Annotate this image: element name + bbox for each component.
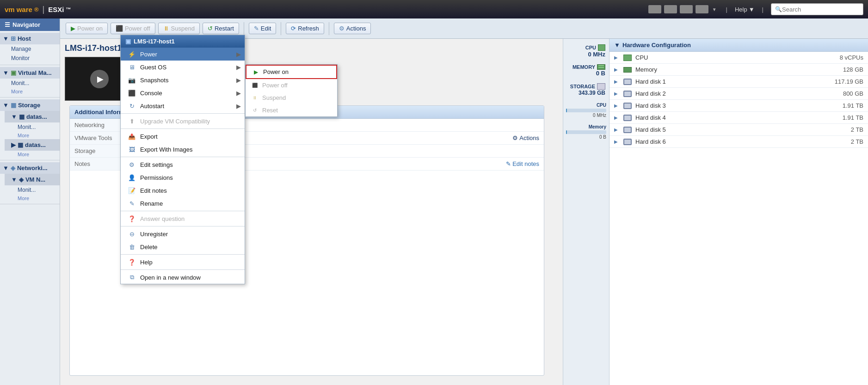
hw-row-memory[interactable]: ▶ Memory 128 GB [609, 64, 868, 76]
nav-ds1-more[interactable]: More [5, 132, 60, 139]
hw-expand-disk3[interactable]: ▶ [614, 103, 620, 108]
menu-item-upgrade[interactable]: ⬆ Upgrade VM Compatibility [121, 115, 245, 128]
power-on-btn[interactable]: ▶ Power on [66, 23, 108, 34]
vm-play-button[interactable]: ▶ [90, 70, 109, 88]
menu-item-unregister[interactable]: ⊖ Unregister [121, 227, 245, 240]
hw-collapse-icon[interactable]: ▼ [614, 42, 620, 49]
menu-item-console[interactable]: ⬛ Console ▶ [121, 86, 245, 99]
menu-item-autostart[interactable]: ↻ Autostart ▶ [121, 99, 245, 112]
content-panel: ▶ Power on ⬛ Power off ⏸ Suspend ↺ Resta… [60, 18, 868, 385]
menu-export-images-label: Export With Images [140, 146, 192, 153]
submenu-reset[interactable]: ↺ Reset [246, 104, 337, 116]
menu-item-snapshots[interactable]: 📷 Snapshots ▶ [121, 73, 245, 86]
nav-group-vm[interactable]: ▼ ▣ Virtual Ma... [0, 67, 60, 79]
hw-expand-memory[interactable]: ▶ [614, 67, 620, 72]
notes-menu-icon: 📝 [127, 187, 136, 194]
hw-disk5-name: Hard disk 5 [635, 126, 847, 133]
separator-2: | [762, 6, 763, 13]
nav-net-label: Networki... [17, 165, 48, 171]
nav-section-storage: ▼ ▦ Storage ▼ ▦ datas... Monit... More ▶… [0, 98, 60, 160]
menu-item-rename[interactable]: ✎ Rename [121, 197, 245, 210]
reset-sub-icon: ↺ [251, 107, 259, 114]
menu-sep-3 [121, 157, 245, 157]
tools-actions-btn[interactable]: ⚙ Actions [512, 134, 539, 141]
cpu-bar-section: CPU 0 MHz [565, 101, 607, 120]
submenu-power-off[interactable]: ⬛ Power off [246, 79, 337, 92]
menu-item-export[interactable]: 📤 Export [121, 130, 245, 143]
refresh-icon: ⟳ [291, 25, 296, 32]
nav-vmn-more[interactable]: More [5, 195, 60, 202]
hw-expand-disk2[interactable]: ▶ [614, 91, 620, 96]
nav-item-monitor[interactable]: Monitor [0, 54, 60, 63]
hw-row-disk5[interactable]: ▶ Hard disk 5 2 TB [609, 124, 868, 136]
guest-menu-icon: 🖥 [127, 63, 136, 71]
hw-row-cpu[interactable]: ▶ CPU 8 vCPUs [609, 52, 868, 64]
search-input[interactable] [782, 6, 856, 13]
power-menu-icon: ⚡ [127, 50, 136, 58]
dropdown-arrow[interactable]: ▼ [712, 7, 717, 12]
hw-expand-disk1[interactable]: ▶ [614, 79, 620, 84]
autostart-arrow: ▶ [236, 103, 241, 110]
menu-autostart-label: Autostart [140, 103, 164, 110]
menu-item-edit-settings[interactable]: ⚙ Edit settings [121, 158, 245, 171]
navigator-title: Navigator [12, 21, 40, 28]
actions-btn[interactable]: ⚙ Actions [334, 23, 371, 34]
menu-item-help[interactable]: ❓ Help [121, 256, 245, 269]
menu-item-permissions[interactable]: 👤 Permissions [121, 171, 245, 184]
nav-ds1-monitor[interactable]: Monit... [5, 122, 60, 132]
edit-notes-label: Edit notes [512, 160, 539, 167]
power-submenu[interactable]: ▶ Power on ⬛ Power off ⏸ Suspend ↺ Reset [245, 64, 338, 117]
nav-storage-label: Storage [18, 102, 40, 109]
esxi-text: ESXi [48, 6, 64, 13]
nav-item-manage[interactable]: Manage [0, 44, 60, 54]
nav-icon-2[interactable] [664, 5, 677, 13]
nav-ds2-more[interactable]: More [5, 151, 60, 158]
nav-group-host[interactable]: ▼ ⊞ Host [0, 33, 60, 44]
hw-row-disk6[interactable]: ▶ Hard disk 6 2 TB [609, 136, 868, 148]
hw-expand-cpu[interactable]: ▶ [614, 55, 620, 60]
power-on-sub-icon: ▶ [252, 69, 259, 75]
nav-storage-ds1[interactable]: ▼ ▦ datas... [5, 111, 60, 122]
hw-disk4-name: Hard disk 4 [635, 114, 839, 121]
submenu-suspend[interactable]: ⏸ Suspend [246, 92, 337, 104]
suspend-btn[interactable]: ⏸ Suspend [158, 23, 200, 34]
power-off-btn[interactable]: ⬛ Power off [111, 23, 155, 34]
nav-icon-3[interactable] [680, 5, 693, 13]
hw-row-disk3[interactable]: ▶ Hard disk 3 1.91 TB [609, 100, 868, 112]
tools-actions-label: Actions [519, 134, 539, 141]
search-box[interactable]: 🔍 [771, 3, 863, 15]
nav-group-storage[interactable]: ▼ ▦ Storage [0, 99, 60, 111]
hw-expand-disk5[interactable]: ▶ [614, 127, 620, 132]
menu-item-new-window[interactable]: ⧉ Open in a new window [121, 271, 245, 284]
nav-group-net[interactable]: ▼ ◈ Networki... [0, 162, 60, 174]
nav-icon-1[interactable] [648, 5, 661, 13]
hw-expand-disk6[interactable]: ▶ [614, 139, 620, 144]
nav-icon-4[interactable] [696, 5, 708, 13]
hw-row-disk4[interactable]: ▶ Hard disk 4 1.91 TB [609, 112, 868, 124]
nav-storage-ds2[interactable]: ▶ ▦ datas... [5, 139, 60, 151]
menu-item-guest[interactable]: 🖥 Guest OS ▶ [121, 61, 245, 73]
help-button[interactable]: Help ▼ [735, 6, 755, 13]
restart-btn[interactable]: ↺ Restart [203, 23, 239, 34]
nav-vmn-monitor[interactable]: Monit... [5, 185, 60, 195]
context-menu[interactable]: ▣ LMS-i17-host1 ⚡ Power ▶ 🖥 Guest OS ▶ [120, 35, 245, 284]
hw-row-disk2[interactable]: ▶ Hard disk 2 800 GB [609, 88, 868, 100]
nav-vm-more[interactable]: More [0, 88, 60, 95]
submenu-power-on[interactable]: ▶ Power on [246, 65, 337, 79]
edit-btn[interactable]: ✎ Edit [249, 23, 276, 34]
menu-item-edit-notes[interactable]: 📝 Edit notes [121, 184, 245, 197]
hw-row-disk1[interactable]: ▶ Hard disk 1 117.19 GB [609, 76, 868, 88]
expand-ds1: ▼ [11, 113, 17, 120]
upgrade-menu-icon: ⬆ [127, 117, 136, 125]
menu-item-export-images[interactable]: 🖼 Export With Images [121, 143, 245, 156]
menu-item-answer[interactable]: ❓ Answer question [121, 212, 245, 225]
menu-item-power[interactable]: ⚡ Power ▶ [121, 48, 245, 61]
edit-notes-link[interactable]: ✎ Edit notes [506, 160, 539, 167]
refresh-btn[interactable]: ⟳ Refresh [286, 23, 324, 34]
nav-vm-monitor[interactable]: Monit... [0, 79, 60, 88]
menu-item-delete[interactable]: 🗑 Delete [121, 240, 245, 253]
nav-storage-icon: ▦ [11, 102, 16, 109]
menu-guest-label: Guest OS [140, 64, 166, 71]
nav-vmn[interactable]: ▼ ◈ VM N... [5, 174, 60, 185]
hw-expand-disk4[interactable]: ▶ [614, 115, 620, 120]
